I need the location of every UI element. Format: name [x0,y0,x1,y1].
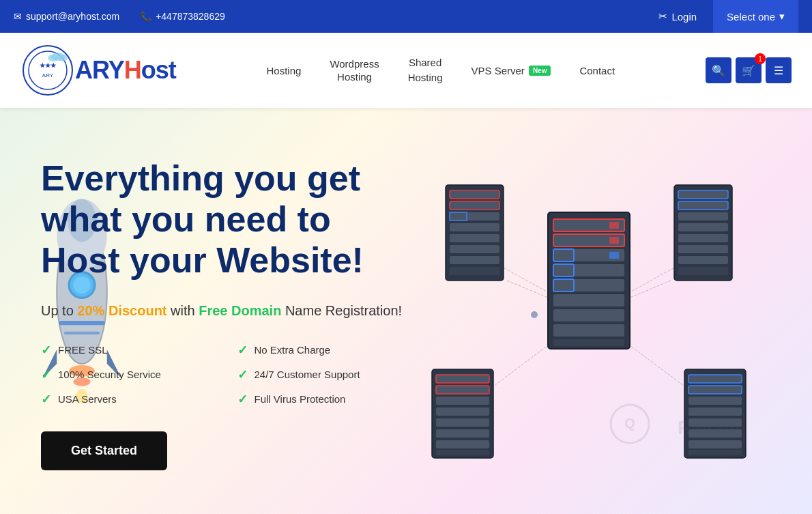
feature-virus-protection: ✓ Full Virus Protection [237,392,407,407]
svg-rect-48 [450,201,499,210]
feature-usa-servers: ✓ USA Servers [41,392,210,407]
svg-point-26 [531,311,538,318]
svg-rect-69 [436,375,489,383]
menu-button[interactable]: ☰ [766,57,792,83]
svg-rect-64 [678,234,728,242]
logo[interactable]: ★★★ ARY ARY H ost [20,43,176,98]
svg-rect-80 [688,375,742,383]
check-icon: ✓ [237,392,248,407]
free-domain-text: Free Domain [199,303,281,318]
svg-rect-89 [688,450,742,455]
svg-rect-62 [678,212,728,220]
svg-rect-73 [436,397,489,405]
svg-rect-50 [450,212,499,220]
top-bar: ✉ support@aryhost.com 📞 +447873828629 ✂ … [0,0,812,33]
check-icon: ✓ [41,392,51,407]
nav-icons: 🔍 🛒 1 ☰ [706,57,792,83]
hero-section: Everything you get what you need to Host… [0,108,812,514]
feature-support: ✓ 24/7 Customer Support [237,367,407,382]
cart-count: 1 [755,53,766,64]
svg-text:Q: Q [624,416,635,431]
svg-rect-65 [678,245,728,253]
nav-wordpress-hosting[interactable]: Wordpress Hosting [319,52,390,89]
menu-icon: ☰ [774,64,783,77]
nav-links: Hosting Wordpress Hosting Shared Hosting… [176,51,706,89]
svg-rect-55 [450,256,499,264]
hero-illustration: Q Revain [406,144,771,485]
login-icon: ✂ [658,10,667,23]
top-bar-right: ✂ Login Select one ▾ [642,0,798,33]
hero-title: Everything you get what you need to Host… [41,158,406,281]
svg-rect-45 [446,185,504,281]
get-started-button[interactable]: Get Started [41,431,167,470]
search-icon: 🔍 [712,64,725,77]
logo-text-ost: ost [141,56,176,85]
top-bar-left: ✉ support@aryhost.com 📞 +447873828629 [14,11,225,22]
server-rack-illustration: Q Revain [411,144,766,485]
select-one-button[interactable]: Select one ▾ [713,0,798,33]
nav-hosting[interactable]: Hosting [256,59,313,82]
hero-content: Everything you get what you need to Host… [41,158,406,470]
phone-icon: 📞 [140,11,151,22]
svg-rect-42 [553,309,624,322]
svg-text:ARY: ARY [42,72,54,78]
feature-security: ✓ 100% Security Service [41,367,210,382]
svg-rect-58 [678,190,728,199]
logo-text-h: H [124,56,141,85]
svg-rect-78 [436,450,489,455]
svg-rect-37 [553,264,624,276]
svg-point-5 [48,55,59,61]
cart-button[interactable]: 🛒 1 [736,57,762,83]
logo-text: ARY [75,56,124,85]
nav-contact[interactable]: Contact [568,59,626,82]
nav-shared-hosting[interactable]: Shared Hosting [397,51,454,89]
svg-text:Revain: Revain [678,417,740,438]
discount-text: 20% Discount [77,303,166,318]
svg-rect-75 [436,418,489,427]
feature-no-extra-charge: ✓ No Extra Charge [237,343,407,358]
hero-subtitle: Up to 20% Discount with Free Domain Name… [41,300,406,321]
svg-rect-41 [553,294,624,306]
logo-icon: ★★★ ARY [20,43,75,98]
features-list: ✓ FREE SSL ✓ No Extra Charge ✓ 100% Secu… [41,343,406,407]
svg-rect-67 [678,267,728,275]
search-button[interactable]: 🔍 [706,57,731,83]
svg-rect-39 [553,279,624,291]
navbar: ★★★ ARY ARY H ost Hosting Wordpress Host… [0,33,812,108]
svg-rect-52 [450,223,499,231]
svg-rect-74 [436,408,489,416]
svg-rect-57 [674,185,732,281]
svg-rect-44 [553,339,624,346]
check-icon: ✓ [41,367,51,382]
new-badge: New [529,66,551,76]
svg-rect-56 [450,267,499,275]
svg-rect-77 [436,440,489,448]
cart-icon: 🛒 [742,64,755,77]
feature-free-ssl: ✓ FREE SSL [41,343,210,358]
login-button[interactable]: ✂ Login [642,0,713,33]
svg-rect-30 [609,222,619,229]
email-icon: ✉ [14,11,22,22]
svg-rect-66 [678,256,728,264]
check-icon: ✓ [237,367,248,382]
svg-text:★★★: ★★★ [40,62,57,69]
check-icon: ✓ [237,343,248,358]
svg-rect-53 [450,234,499,242]
chevron-down-icon: ▾ [779,10,785,23]
svg-rect-43 [553,324,624,337]
svg-rect-36 [609,252,619,259]
check-icon: ✓ [41,343,51,358]
svg-rect-33 [609,237,619,244]
svg-rect-60 [678,201,728,210]
svg-point-0 [23,46,72,95]
email-contact: ✉ support@aryhost.com [14,11,119,22]
svg-rect-46 [450,190,499,199]
svg-point-6 [58,55,68,61]
svg-rect-76 [436,429,489,438]
svg-rect-71 [436,386,489,394]
phone-contact: 📞 +447873828629 [140,11,225,22]
svg-rect-88 [688,440,742,448]
svg-rect-85 [688,408,742,416]
svg-rect-84 [688,397,742,405]
nav-vps-server[interactable]: VPS Server New [461,59,562,82]
